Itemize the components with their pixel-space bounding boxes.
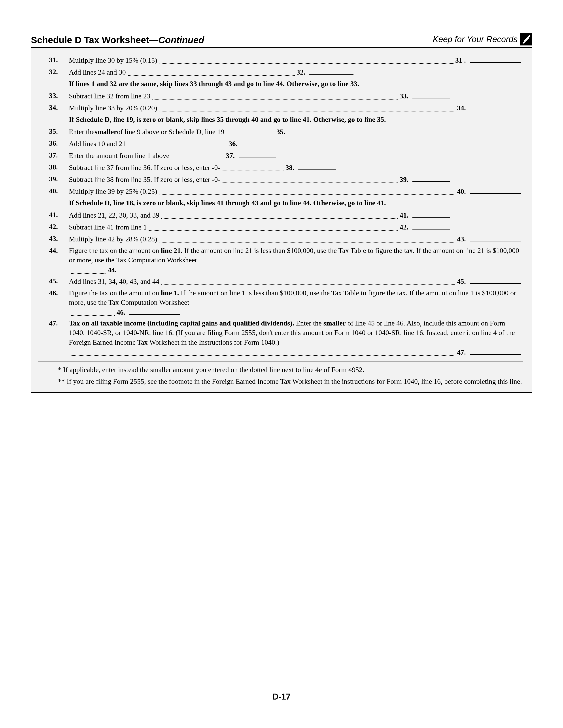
leader-dots — [71, 350, 455, 356]
input-blank[interactable] — [298, 162, 336, 170]
line-40: 40. Multiply line 39 by 25% (0.25) 40. — [38, 186, 523, 197]
line-number: 47. — [38, 318, 69, 328]
line-text-bold-b: smaller — [324, 319, 346, 327]
line-text-bold: line 21. — [161, 246, 182, 254]
input-blank[interactable] — [413, 174, 450, 182]
page-number: D-17 — [0, 692, 563, 702]
line-text: Add lines 31, 34, 40, 43, and 44 — [69, 277, 159, 286]
input-blank[interactable] — [129, 307, 180, 315]
line-number: 38. — [38, 162, 69, 172]
line-32: 32. Add lines 24 and 30 32. — [38, 67, 523, 78]
line-43: 43. Multiply line 42 by 28% (0.28) 43. — [38, 234, 523, 245]
input-blank[interactable] — [470, 103, 521, 110]
line-text: Multiply line 33 by 20% (0.20) — [69, 103, 157, 113]
pencil-icon — [520, 33, 532, 45]
line-number: 33. — [38, 91, 69, 100]
keep-for-records-label: Keep for Your Records — [433, 35, 518, 44]
instruction-text: If Schedule D, line 19, is zero or blank… — [69, 115, 523, 124]
input-blank[interactable] — [470, 186, 521, 194]
worksheet-body: 31. Multiply line 30 by 15% (0.15) 31 . … — [31, 47, 532, 393]
leader-dots — [161, 279, 455, 285]
line-end-number: 32. — [297, 68, 305, 77]
line-text: Add lines 21, 22, 30, 33, and 39 — [69, 211, 159, 220]
line-number: 36. — [38, 139, 69, 148]
line-45: 45. Add lines 31, 34, 40, 43, and 44 45. — [38, 276, 523, 287]
keep-for-records: Keep for Your Records — [433, 33, 532, 45]
footnote-b: ** If you are filing Form 2555, see the … — [58, 377, 523, 386]
line-text-a: Enter the — [69, 127, 94, 137]
line-text: Multiply line 30 by 15% (0.15) — [69, 56, 157, 65]
line-end-number: 43. — [457, 234, 466, 244]
line-number: 40. — [38, 186, 69, 196]
input-blank[interactable] — [413, 210, 450, 218]
line-text: Subtract line 38 from line 35. If zero o… — [69, 175, 220, 184]
leader-dots — [152, 94, 398, 100]
leader-dots — [159, 58, 454, 64]
line-text-bold: line 1. — [161, 289, 179, 297]
input-blank[interactable] — [241, 139, 279, 146]
line-39: 39. Subtract line 38 from line 35. If ze… — [38, 174, 523, 185]
worksheet-title: Schedule D Tax Worksheet—Continued — [31, 35, 204, 45]
line-34: 34. Multiply line 33 by 20% (0.20) 34. — [38, 103, 523, 113]
leader-dots — [171, 153, 224, 159]
input-blank[interactable] — [470, 55, 521, 63]
leader-dots — [148, 225, 398, 231]
leader-dots — [71, 310, 115, 316]
input-blank[interactable] — [413, 91, 450, 98]
leader-dots — [222, 165, 284, 171]
line-end-number: 44. — [108, 265, 117, 275]
line-number: 34. — [38, 103, 69, 112]
line-end-number: 40. — [457, 187, 466, 196]
line-end-number: 42. — [400, 222, 409, 232]
input-blank[interactable] — [413, 222, 450, 229]
line-end-number: 34. — [457, 103, 466, 113]
line-end-number: 33. — [400, 91, 409, 101]
input-blank[interactable] — [470, 347, 521, 355]
line-number: 41. — [38, 210, 69, 220]
line-number: 44. — [38, 246, 69, 255]
line-number: 37. — [38, 150, 69, 160]
input-blank[interactable] — [309, 67, 354, 75]
leader-dots — [161, 213, 398, 219]
instruction-40: If Schedule D, line 18, is zero or blank… — [38, 198, 523, 209]
line-end-number: 31 . — [455, 56, 466, 65]
footnote-a: * If applicable, enter instead the small… — [58, 365, 523, 374]
line-number: 46. — [38, 288, 69, 298]
input-blank[interactable] — [470, 234, 521, 241]
leader-dots — [159, 237, 455, 243]
instruction-32: If lines 1 and 32 are the same, skip lin… — [38, 79, 523, 90]
line-end-number: 41. — [400, 211, 409, 220]
line-37: 37. Enter the amount from line 1 above 3… — [38, 150, 523, 161]
leader-dots — [128, 141, 227, 147]
line-end-number: 35. — [276, 127, 285, 137]
input-blank[interactable] — [120, 265, 171, 272]
title-main: Schedule D Tax Worksheet— — [31, 35, 158, 45]
line-47: 47. Tax on all taxable income (including… — [38, 318, 523, 357]
line-text: Add lines 24 and 30 — [69, 68, 126, 77]
instruction-text: If Schedule D, line 18, is zero or blank… — [69, 198, 523, 208]
line-number: 39. — [38, 174, 69, 184]
input-blank[interactable] — [289, 127, 327, 134]
line-text-b: of line 9 above or Schedule D, line 19 — [117, 127, 224, 137]
line-text: Add lines 10 and 21 — [69, 139, 126, 149]
line-35: 35. Enter the smaller of line 9 above or… — [38, 127, 523, 137]
line-text-a: Figure the tax on the amount on — [69, 246, 161, 254]
leader-dots — [226, 129, 274, 135]
input-blank[interactable] — [470, 276, 521, 284]
line-31: 31. Multiply line 30 by 15% (0.15) 31 . — [38, 55, 523, 66]
input-blank[interactable] — [239, 150, 276, 158]
line-42: 42. Subtract line 41 from line 1 42. — [38, 222, 523, 233]
line-end-number: 46. — [117, 308, 125, 317]
line-text-a: Enter the — [294, 319, 323, 327]
line-end-number: 45. — [457, 277, 466, 286]
line-number: 42. — [38, 222, 69, 231]
line-end-number: 38. — [286, 163, 294, 172]
leader-dots — [159, 189, 455, 195]
line-44: 44. Figure the tax on the amount on line… — [38, 246, 523, 275]
leader-dots — [128, 70, 295, 76]
line-text-a: Figure the tax on the amount on — [69, 289, 161, 297]
leader-dots — [71, 267, 106, 274]
instruction-34: If Schedule D, line 19, is zero or blank… — [38, 115, 523, 125]
line-text: Subtract line 32 from line 23 — [69, 91, 150, 101]
line-38: 38. Subtract line 37 from line 36. If ze… — [38, 162, 523, 173]
